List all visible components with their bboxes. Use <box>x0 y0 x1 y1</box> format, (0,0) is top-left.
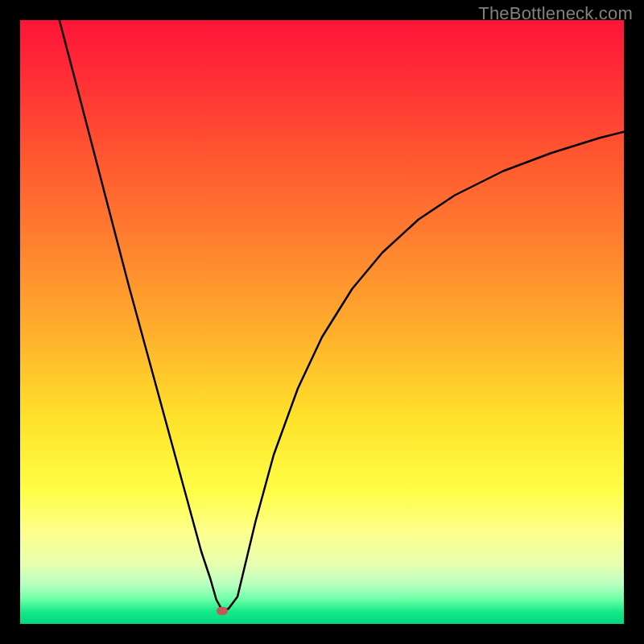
bottleneck-curve <box>60 20 624 611</box>
watermark-text: TheBottleneck.com <box>478 3 633 24</box>
plot-area <box>20 20 624 624</box>
minimum-point-marker <box>217 607 228 615</box>
chart-stage: TheBottleneck.com <box>0 0 644 644</box>
curve-svg <box>20 20 624 624</box>
